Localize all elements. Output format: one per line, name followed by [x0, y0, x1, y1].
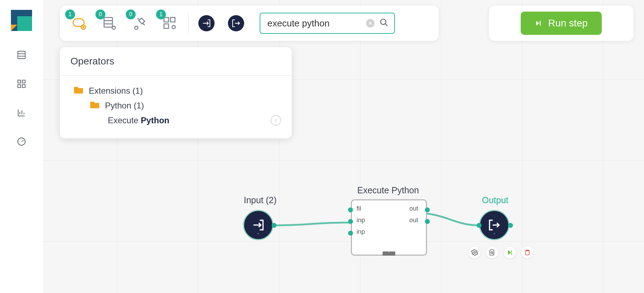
canvas-node-label-output: Output: [482, 195, 508, 205]
tree-row-extensions[interactable]: Extensions (1): [70, 83, 281, 98]
connection-wires: [43, 0, 644, 293]
operators-panel: Operators Extensions (1) Python (1) Exec…: [60, 47, 292, 138]
node-run-button[interactable]: [504, 247, 516, 258]
port-label: fil: [357, 205, 361, 212]
toolbar-export-button[interactable]: [228, 15, 244, 31]
svg-rect-38: [164, 24, 169, 29]
node-output[interactable]: ˄: [479, 210, 509, 240]
node-delete-button[interactable]: [521, 247, 533, 258]
svg-marker-44: [536, 21, 539, 25]
port-label: out: [409, 217, 418, 224]
canvas-node-label-exec: Execute Python: [357, 185, 419, 195]
toolbar-loop-badge: 1: [65, 10, 75, 19]
svg-rect-9: [18, 85, 21, 87]
toolbar-db-button[interactable]: 0: [101, 15, 118, 32]
toolbar-import-button[interactable]: [198, 15, 215, 31]
nav-apps-icon[interactable]: [17, 79, 26, 89]
port-output-in[interactable]: [477, 223, 482, 228]
svg-rect-29: [104, 18, 112, 27]
svg-line-34: [143, 23, 145, 25]
svg-rect-4: [18, 51, 25, 59]
nav-gauge-icon[interactable]: [17, 137, 26, 146]
info-icon[interactable]: i: [271, 115, 281, 126]
toolbar-divider: [188, 13, 188, 33]
svg-line-43: [385, 24, 388, 26]
port-exec-inp2[interactable]: [348, 231, 353, 236]
tree-leaf-prefix: Execute: [108, 116, 141, 125]
app-logo: [11, 10, 32, 31]
port-label: inp: [357, 228, 365, 236]
run-step-label: Run step: [548, 18, 588, 29]
node-toolbar: [469, 247, 533, 258]
svg-point-42: [380, 19, 386, 24]
svg-rect-45: [540, 21, 541, 25]
port-exec-out1[interactable]: [425, 219, 430, 224]
tree-row-execute-python[interactable]: Execute Python i: [70, 113, 281, 128]
port-exec-fil[interactable]: [348, 207, 353, 212]
svg-rect-37: [171, 18, 175, 22]
toolbar-db-badge: 0: [95, 10, 105, 19]
tree-leaf-match: Python: [141, 116, 169, 125]
toolbar-grid-badge: 1: [156, 10, 166, 19]
svg-line-17: [21, 141, 24, 142]
tree-label: Extensions (1): [89, 86, 143, 96]
search-box[interactable]: [260, 13, 395, 34]
port-label: out: [409, 205, 418, 212]
tree-row-python[interactable]: Python (1): [70, 98, 281, 113]
port-label: inp: [357, 217, 365, 224]
svg-point-18: [474, 252, 476, 254]
tree-label: Python (1): [105, 101, 144, 111]
svg-marker-22: [508, 250, 511, 255]
toolbar-grid-button[interactable]: 1: [161, 15, 178, 32]
folder-icon: [90, 100, 100, 111]
port-exec-inp1[interactable]: [348, 219, 353, 224]
svg-rect-23: [511, 250, 512, 255]
svg-rect-36: [164, 18, 169, 22]
sidenav: [0, 0, 43, 293]
svg-rect-19: [490, 250, 494, 255]
nav-data-icon[interactable]: [17, 50, 26, 60]
toolbar: 1 0 0 1: [60, 6, 439, 41]
svg-rect-24: [526, 251, 529, 255]
toolbar-loop-button[interactable]: 1: [70, 15, 87, 32]
svg-rect-10: [22, 85, 25, 87]
toolbar-plugin-badge: 0: [126, 10, 136, 19]
search-icon: [379, 18, 389, 29]
operators-title: Operators: [60, 47, 292, 76]
run-card: Run step: [489, 6, 633, 41]
toolbar-plugin-button[interactable]: 0: [131, 15, 148, 32]
search-clear-button[interactable]: [366, 19, 374, 27]
port-input-out[interactable]: [272, 223, 277, 228]
operators-tree: Extensions (1) Python (1) Execute Python…: [60, 76, 292, 138]
folder-icon: [74, 86, 84, 96]
port-exec-out0[interactable]: [425, 207, 430, 212]
node-input[interactable]: ˄: [243, 210, 273, 240]
workflow-canvas[interactable]: Input (2) Execute Python Output ˄ ˄ fil …: [43, 0, 644, 293]
port-output-out[interactable]: [508, 223, 513, 228]
node-inspect-button[interactable]: [486, 247, 498, 258]
node-settings-button[interactable]: [469, 247, 481, 258]
svg-rect-7: [18, 80, 21, 83]
svg-line-33: [138, 18, 140, 20]
svg-rect-8: [22, 80, 25, 83]
run-step-button[interactable]: Run step: [521, 12, 602, 35]
svg-rect-2: [17, 16, 32, 31]
canvas-node-label-input: Input (2): [244, 195, 277, 205]
search-input[interactable]: [267, 18, 361, 29]
nav-chart-icon[interactable]: [17, 108, 26, 118]
svg-line-21: [493, 253, 494, 254]
